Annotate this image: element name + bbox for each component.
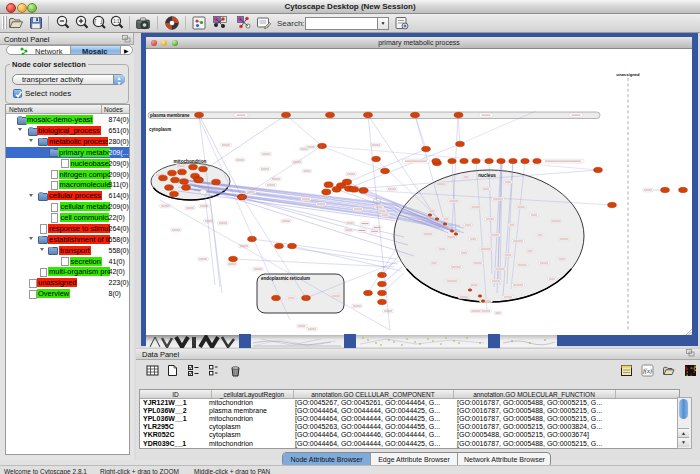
svg-text:endoplasmic reticulum: endoplasmic reticulum xyxy=(261,276,310,281)
svg-text:1:1: 1:1 xyxy=(113,19,120,24)
svg-text:f(x): f(x) xyxy=(643,367,652,375)
svg-text:nucleus: nucleus xyxy=(478,173,496,178)
svg-text:mitochondrion: mitochondrion xyxy=(174,159,207,164)
svg-text:cytoplasm: cytoplasm xyxy=(149,127,171,132)
svg-text:plasma membrane: plasma membrane xyxy=(150,113,190,118)
svg-text:unassigned: unassigned xyxy=(616,72,640,77)
